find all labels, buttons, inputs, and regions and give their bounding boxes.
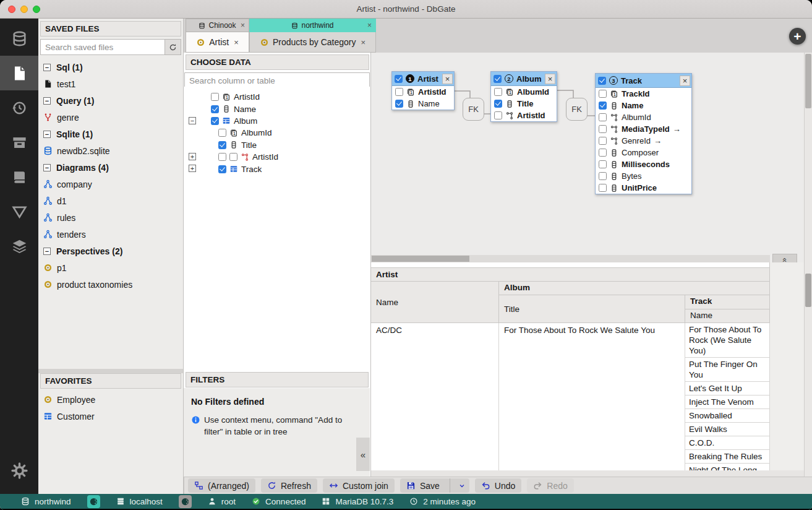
arranged-button[interactable]: (Arranged) <box>188 478 255 493</box>
column-tree-item-title[interactable]: Title <box>184 139 370 151</box>
saved-file-d1[interactable]: d1 <box>38 192 183 209</box>
grid-cell-track[interactable]: Evil Walks <box>685 423 769 436</box>
activity-file-button[interactable] <box>0 56 38 90</box>
saved-file-p1[interactable]: p1 <box>38 259 183 276</box>
close-tab-icon[interactable]: × <box>361 38 366 47</box>
fk-join-badge[interactable]: FK <box>463 98 484 121</box>
designer-column-title[interactable]: Title <box>491 98 557 110</box>
designer-canvas[interactable]: 1Artist× 1ArtistIdName 2Album× 1AlbumIdT… <box>371 53 804 262</box>
grid-cell-track[interactable]: Put The Finger On You <box>685 358 769 382</box>
designer-column-artistid[interactable]: ArtistId <box>491 110 557 121</box>
grid-cell-track[interactable]: C.O.D. <box>685 436 769 450</box>
expand-icon[interactable]: + <box>189 153 196 160</box>
connection-color-badge[interactable] <box>87 495 100 508</box>
close-tab-icon[interactable]: × <box>241 21 245 30</box>
add-button[interactable]: + <box>789 28 806 45</box>
grid-group-album[interactable]: Album <box>499 282 770 295</box>
grid-cell-track[interactable]: For Those About To Rock (We Salute You) <box>685 323 769 358</box>
close-table-icon[interactable]: × <box>545 74 555 84</box>
saved-file-tenders[interactable]: tenders <box>38 226 183 243</box>
designer-column-artistid[interactable]: 1ArtistId <box>392 86 454 98</box>
checkbox[interactable] <box>218 165 226 173</box>
favorites-header[interactable]: FAVORITES <box>40 373 181 389</box>
database-tab-chinook[interactable]: Chinook× <box>186 19 249 32</box>
collapse-panel-button[interactable]: « <box>356 438 370 471</box>
database-tab-northwind[interactable]: northwind× <box>249 19 376 32</box>
checkbox[interactable] <box>218 141 226 149</box>
grid-header-track-name[interactable]: Name <box>685 309 770 323</box>
collapse-icon[interactable]: − <box>43 131 51 138</box>
designer-table-header[interactable]: 2Album× <box>491 72 557 86</box>
refresh-button[interactable]: Refresh <box>261 478 317 493</box>
saved-file-product-taxonomies[interactable]: product taxonomies <box>38 276 183 293</box>
grid-header-artist-name[interactable]: Name <box>371 282 499 323</box>
grid-group-artist[interactable]: Artist <box>371 267 770 282</box>
close-table-icon[interactable]: × <box>442 74 453 84</box>
scrollbar-thumb[interactable] <box>805 54 811 108</box>
designer-column-composer[interactable]: Composer <box>596 147 691 158</box>
designer-column-bytes[interactable]: Bytes <box>596 170 691 182</box>
designer-table-header[interactable]: 3Track× <box>596 74 691 88</box>
designer-column-unitprice[interactable]: UnitPrice <box>596 182 691 194</box>
activity-archive-button[interactable] <box>0 125 38 160</box>
column-tree-item-artistid[interactable]: +ArtistId <box>184 151 370 163</box>
saved-file-genre[interactable]: genre <box>38 109 183 126</box>
collapse-icon[interactable]: − <box>43 97 51 105</box>
activity-triangle-down-button[interactable] <box>0 194 38 229</box>
settings-button[interactable] <box>0 453 38 488</box>
designer-column-trackid[interactable]: 1TrackId <box>596 88 691 100</box>
file-tab-artist[interactable]: Artist× <box>186 32 249 53</box>
favorite-employee[interactable]: Employee <box>38 391 183 408</box>
close-window-button[interactable] <box>8 6 15 13</box>
checkbox[interactable] <box>211 105 219 113</box>
grid-cell-track[interactable]: Let's Get It Up <box>685 382 769 395</box>
designer-column-albumid[interactable]: AlbumId <box>596 111 691 123</box>
favorite-customer[interactable]: Customer <box>38 408 183 425</box>
grid-header-album-title[interactable]: Title <box>499 295 685 323</box>
checkbox[interactable] <box>599 102 607 110</box>
designer-column-name[interactable]: Name <box>392 98 454 110</box>
saved-file-newdb2-sqlite[interactable]: newdb2.sqlite <box>38 142 183 159</box>
undo-button[interactable]: Undo <box>475 478 521 493</box>
checkbox[interactable] <box>599 184 607 192</box>
saved-file-company[interactable]: company <box>38 176 183 192</box>
checkbox[interactable] <box>494 75 502 83</box>
activity-book-button[interactable] <box>0 160 38 194</box>
column-tree-item-artistid[interactable]: 1ArtistId <box>184 91 370 103</box>
checkbox[interactable] <box>494 100 502 108</box>
column-tree-item-name[interactable]: Name <box>184 103 370 115</box>
designer-column-genreid[interactable]: GenreId→ <box>596 135 691 147</box>
saved-file-test1[interactable]: test1 <box>38 76 183 92</box>
column-tree-item-track[interactable]: +Track <box>184 163 370 175</box>
saved-file-rules[interactable]: rules <box>38 209 183 226</box>
filters-header[interactable]: FILTERS <box>186 372 369 387</box>
grid-cell-track[interactable]: Breaking The Rules <box>685 450 769 464</box>
save-button[interactable]: Save <box>400 478 469 493</box>
checkbox[interactable] <box>395 100 403 108</box>
activity-history-button[interactable] <box>0 90 38 125</box>
file-tab-products-by-category[interactable]: Products by Category× <box>249 32 376 53</box>
scrollbar-thumb[interactable] <box>372 256 469 262</box>
designer-table-artist[interactable]: 1Artist× 1ArtistIdName <box>391 71 455 110</box>
close-tab-icon[interactable]: × <box>367 21 372 30</box>
grid-cell-album-title[interactable]: For Those About To Rock We Salute You <box>499 323 685 470</box>
grid-cell-track[interactable]: Snowballed <box>685 409 769 423</box>
designer-column-mediatypeid[interactable]: MediaTypeId→ <box>596 123 691 135</box>
checkbox[interactable] <box>218 129 226 137</box>
checkbox[interactable] <box>211 117 219 125</box>
activity-database-button[interactable] <box>0 21 38 56</box>
column-tree-item-album[interactable]: −Album <box>184 115 370 127</box>
collapse-icon[interactable]: − <box>43 164 51 171</box>
zoom-window-button[interactable] <box>33 6 40 13</box>
grid-cell-track[interactable]: Inject The Venom <box>685 395 769 409</box>
checkbox[interactable] <box>599 137 607 145</box>
saved-files-group-diagrams-4[interactable]: −Diagrams (4) <box>38 159 183 176</box>
save-dropdown-button[interactable] <box>455 478 469 493</box>
checkbox[interactable] <box>599 125 607 133</box>
connection-color-badge[interactable] <box>179 495 192 508</box>
titlebar[interactable]: Artist - northwind - DbGate <box>0 0 812 19</box>
column-tree-item-albumid[interactable]: 1AlbumId <box>184 127 370 139</box>
checkbox[interactable] <box>211 93 219 101</box>
collapse-icon[interactable]: − <box>189 117 196 124</box>
checkbox[interactable] <box>229 153 237 161</box>
